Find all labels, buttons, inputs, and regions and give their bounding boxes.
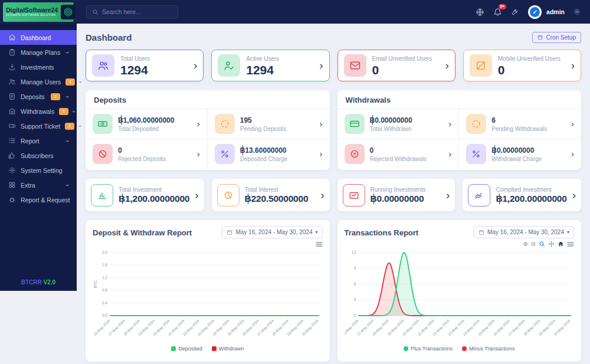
deposited-charge-item[interactable]: B13.60000000 Deposited Charge ›: [208, 139, 330, 169]
percent-icon: [466, 144, 486, 164]
sidebar-item-dashboard[interactable]: Dashboard: [0, 30, 77, 45]
ticket-icon: [8, 122, 16, 130]
transactions-report-card: Transactions Report May 16, 2024 - May 3…: [337, 220, 582, 362]
search-placeholder: Search here...: [102, 8, 141, 15]
running-investments-card[interactable]: Running Investments B0.00000000 ›: [337, 179, 455, 211]
svg-text:BTC: BTC: [93, 280, 97, 288]
wallet-chart-icon: [343, 184, 365, 206]
stat-card-email-unverified[interactable]: Email Unverified Users 0 ›: [337, 50, 455, 81]
credit-card-icon: [345, 114, 365, 134]
gear-icon: [8, 166, 16, 174]
total-withdrawn-item[interactable]: B0.00000000 Total Withdrawn ›: [337, 109, 460, 139]
zoom-out-icon[interactable]: ⊖: [531, 241, 536, 247]
admin-username[interactable]: admin: [546, 8, 565, 15]
date-range-picker[interactable]: May 16, 2024 - May 30, 2024 ▾: [222, 226, 322, 238]
total-interest-card[interactable]: Total Interest B220.50000000 ›: [212, 179, 330, 211]
clipboard-icon: [8, 48, 16, 56]
sidebar-item-report[interactable]: Report ›: [0, 133, 77, 148]
svg-text:1.6: 1.6: [102, 263, 107, 267]
chevron-right-icon: ›: [319, 61, 323, 70]
svg-text:3: 3: [353, 297, 356, 301]
maintenance-wrench-icon[interactable]: [510, 7, 520, 17]
users-icon: [92, 54, 114, 77]
ban-icon: [93, 144, 113, 164]
alert-badge: !: [51, 93, 60, 100]
chart-menu-icon[interactable]: [316, 241, 323, 247]
notifications-bell-icon[interactable]: 9+: [493, 7, 502, 17]
home-reset-icon[interactable]: [558, 241, 564, 247]
x-circle-icon: [345, 144, 365, 164]
chevron-down-icon: ›: [64, 50, 71, 55]
stat-card-mobile-unverified[interactable]: Mobile Unverified Users 0 ›: [463, 50, 581, 81]
svg-text:12: 12: [351, 250, 356, 254]
sim-card-icon: [470, 54, 492, 77]
chevron-right-icon: ›: [197, 150, 200, 158]
bug-icon: [8, 196, 16, 204]
chevron-right-icon: ›: [448, 120, 451, 128]
completed-investment-card[interactable]: Complted Investment B1,200.00000000 ›: [463, 179, 581, 211]
chart-menu-icon[interactable]: [567, 241, 574, 247]
brand-subtitle: ULTIMATE SOFTWARE SOLUTION: [6, 14, 58, 17]
pending-deposits-item[interactable]: 195 Pending Deposits ›: [208, 109, 330, 139]
sidebar-item-deposits[interactable]: Deposits ! ›: [0, 89, 77, 104]
stat-card-active-users[interactable]: Active Users 1294 ›: [211, 50, 329, 81]
sidebar-item-withdrawals[interactable]: Withdrawals ! ›: [0, 104, 77, 119]
svg-text:0.8: 0.8: [102, 288, 107, 292]
zoom-select-icon[interactable]: [539, 241, 545, 247]
bar-chart-icon: [91, 184, 113, 206]
settings-gear-icon[interactable]: [573, 7, 581, 17]
deposits-panel-title: Deposits: [86, 96, 330, 104]
admin-avatar[interactable]: ✓: [528, 5, 542, 19]
sidebar-item-support-ticket[interactable]: Support Ticket ! ›: [0, 119, 77, 133]
legend-withdrawn[interactable]: Withdrawn: [212, 346, 244, 352]
user-check-icon: [218, 54, 240, 77]
chevron-down-icon: ▾: [315, 229, 317, 235]
legend-deposited[interactable]: Deposited: [171, 346, 202, 352]
alert-badge: !: [65, 123, 74, 130]
svg-text:0.0: 0.0: [102, 313, 107, 317]
search-input[interactable]: Search here...: [86, 5, 178, 19]
home-icon: [8, 34, 16, 41]
chevron-right-icon: ›: [571, 150, 574, 158]
sidebar-item-manage-plans[interactable]: Manage Plans ›: [0, 45, 77, 60]
cron-setup-button[interactable]: Cron Setup: [532, 32, 581, 43]
chevron-down-icon: ›: [64, 182, 71, 188]
deposit-withdraw-chart[interactable]: 2.01.61.20.80.40.016-May-202417-May-2024…: [93, 248, 322, 345]
sidebar-item-system-setting[interactable]: System Setting: [0, 163, 77, 178]
sidebar-item-investments[interactable]: Investments: [0, 60, 77, 74]
stat-card-total-users[interactable]: Total Users 1294 ›: [86, 50, 204, 81]
svg-text:1.2: 1.2: [102, 276, 107, 280]
pan-icon[interactable]: [548, 241, 555, 247]
sidebar-item-report-request[interactable]: Report & Request: [0, 192, 77, 207]
list-icon: [8, 137, 16, 145]
chevron-right-icon: ›: [320, 150, 323, 158]
rejected-deposits-item[interactable]: 0 Rejected Deposits ›: [86, 139, 208, 169]
sidebar-version: BTCRR V2.0: [0, 279, 77, 286]
zoom-in-icon[interactable]: ⊕: [523, 241, 527, 247]
main-content: Dashboard Cron Setup Total Users 1294 ›: [77, 24, 590, 364]
alert-badge: !: [65, 78, 75, 86]
total-deposited-item[interactable]: B1,060.00000000 Total Deposited ›: [86, 109, 208, 139]
sidebar-item-subscribers[interactable]: Subscribers: [0, 148, 77, 163]
notification-badge: 9+: [499, 4, 506, 9]
legend-minus-transactions[interactable]: Minus Transactions: [462, 346, 515, 352]
pending-withdrawals-item[interactable]: 6 Pending Withdrawals ›: [459, 109, 581, 139]
sidebar-item-extra[interactable]: Extra ›: [0, 178, 77, 192]
withdrawal-charge-item[interactable]: B0.00000000 Withdrawal Charge ›: [459, 139, 581, 169]
brand-hexagon-icon: [61, 5, 76, 19]
date-range-picker[interactable]: May 16, 2024 - May 30, 2024 ▾: [474, 226, 574, 238]
download-icon: [8, 63, 16, 71]
language-globe-icon[interactable]: [475, 7, 484, 17]
rejected-withdrawals-item[interactable]: 0 Rejected Withdrawals ›: [337, 139, 460, 169]
total-investment-card[interactable]: Total Investment B1,200.00000000 ›: [86, 179, 204, 211]
transactions-chart[interactable]: 12963016-May-202417-May-202418-May-20241…: [345, 248, 574, 345]
deposit-withdraw-report-card: Deposit & Withdraw Report May 16, 2024 -…: [86, 220, 330, 362]
search-icon: [92, 9, 99, 15]
calendar-icon: [478, 229, 484, 235]
chevron-down-icon: ▾: [567, 229, 569, 235]
chevron-down-icon: ›: [64, 94, 71, 100]
alert-badge: !: [59, 108, 68, 115]
brand-logo[interactable]: DigitalSoftware24 ULTIMATE SOFTWARE SOLU…: [3, 2, 74, 22]
legend-plus-transactions[interactable]: Plus Transactions: [404, 346, 453, 352]
sidebar-item-manage-users[interactable]: Manage Users ! ›: [0, 74, 77, 89]
